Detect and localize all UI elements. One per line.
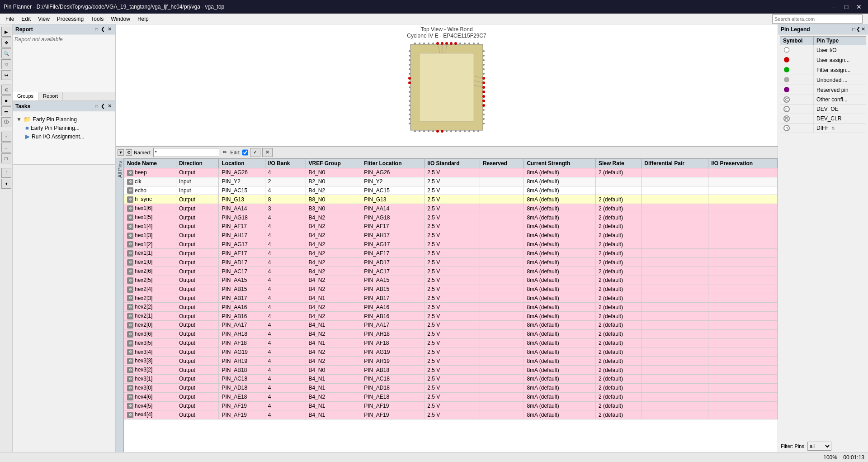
table-cell[interactable]: 2 (default) bbox=[595, 375, 641, 384]
table-cell[interactable]: 4 bbox=[265, 383, 306, 392]
table-cell[interactable] bbox=[708, 303, 778, 312]
table-cell[interactable]: ⚙hex1[1] bbox=[124, 249, 176, 258]
table-cell[interactable]: PIN_AA14 bbox=[219, 204, 265, 213]
table-cell[interactable] bbox=[480, 348, 524, 357]
table-cell[interactable] bbox=[642, 375, 708, 384]
table-cell[interactable] bbox=[642, 267, 708, 276]
table-row[interactable]: ⚙clkInputPIN_Y22B2_N0PIN_Y22.5 V8mA (def… bbox=[124, 177, 778, 186]
table-cell[interactable]: Output bbox=[176, 357, 219, 366]
table-cell[interactable] bbox=[708, 240, 778, 249]
table-cell[interactable]: 4 bbox=[265, 410, 306, 419]
table-cell[interactable]: 2.5 V bbox=[425, 204, 480, 213]
table-cell[interactable]: PIN_AA16 bbox=[361, 303, 425, 312]
table-cell[interactable] bbox=[708, 231, 778, 240]
table-cell[interactable]: PIN_AF17 bbox=[219, 222, 265, 231]
table-cell[interactable] bbox=[480, 285, 524, 294]
table-cell[interactable]: 8mA (default) bbox=[524, 392, 596, 401]
table-cell[interactable]: 2.5 V bbox=[425, 276, 480, 285]
table-cell[interactable]: PIN_AE17 bbox=[361, 249, 425, 258]
table-cell[interactable]: PIN_AF19 bbox=[219, 410, 265, 419]
table-cell[interactable]: PIN_AF18 bbox=[361, 338, 425, 348]
task-folder-early-pin[interactable]: ▼ 📁 Early Pin Planning bbox=[16, 115, 112, 124]
table-cell[interactable]: ⚙hex4[4] bbox=[124, 410, 176, 419]
table-cell[interactable]: 2.5 V bbox=[425, 168, 480, 177]
table-cell[interactable]: Output bbox=[176, 258, 219, 267]
table-cell[interactable]: 8mA (default) bbox=[524, 186, 596, 195]
table-row[interactable]: ⚙hex1[3]OutputPIN_AH174B4_N2PIN_AH172.5 … bbox=[124, 231, 778, 240]
tool-zoom[interactable]: 🔍 bbox=[1, 48, 11, 58]
table-cell[interactable] bbox=[642, 204, 708, 213]
table-cell[interactable]: Output bbox=[176, 213, 219, 222]
table-cell[interactable] bbox=[480, 338, 524, 348]
table-cell[interactable]: ⚙hex2[3] bbox=[124, 294, 176, 303]
table-cell[interactable] bbox=[480, 321, 524, 330]
table-cell[interactable]: B3_N0 bbox=[306, 204, 361, 213]
table-cell[interactable]: Output bbox=[176, 267, 219, 276]
table-cell[interactable]: PIN_AH19 bbox=[219, 357, 265, 366]
table-cell[interactable] bbox=[708, 204, 778, 213]
table-cell[interactable]: 4 bbox=[265, 276, 306, 285]
table-cell[interactable]: 8mA (default) bbox=[524, 375, 596, 384]
table-cell[interactable]: 8mA (default) bbox=[524, 303, 596, 312]
table-cell[interactable]: 2 (default) bbox=[595, 294, 641, 303]
table-cell[interactable]: B4_N2 bbox=[306, 231, 361, 240]
table-cell[interactable]: 4 bbox=[265, 329, 306, 338]
table-cell[interactable]: PIN_AB15 bbox=[219, 285, 265, 294]
table-cell[interactable]: PIN_AG19 bbox=[219, 348, 265, 357]
table-cell[interactable] bbox=[708, 357, 778, 366]
table-row[interactable]: ⚙hex1[2]OutputPIN_AG174B4_N2PIN_AG172.5 … bbox=[124, 240, 778, 249]
table-cell[interactable]: 8mA (default) bbox=[524, 195, 596, 204]
table-cell[interactable]: 2.5 V bbox=[425, 222, 480, 231]
table-cell[interactable]: ⚙echo bbox=[124, 186, 176, 195]
table-cell[interactable] bbox=[642, 321, 708, 330]
table-cell[interactable]: 2 (default) bbox=[595, 348, 641, 357]
table-cell[interactable]: Output bbox=[176, 329, 219, 338]
table-cell[interactable]: 2 bbox=[265, 177, 306, 186]
table-cell[interactable]: 4 bbox=[265, 294, 306, 303]
table-cell[interactable]: PIN_AC18 bbox=[219, 375, 265, 384]
table-cell[interactable]: 2.5 V bbox=[425, 338, 480, 348]
table-cell[interactable]: PIN_AH17 bbox=[361, 231, 425, 240]
table-cell[interactable]: 2 (default) bbox=[595, 267, 641, 276]
table-cell[interactable]: B4_N2 bbox=[306, 392, 361, 401]
table-cell[interactable] bbox=[642, 186, 708, 195]
table-cell[interactable] bbox=[480, 303, 524, 312]
table-cell[interactable]: 4 bbox=[265, 267, 306, 276]
tool-extra1[interactable]: ⋮ bbox=[1, 168, 11, 178]
table-cell[interactable]: ⚙beep bbox=[124, 168, 176, 177]
table-row[interactable]: ⚙hex2[4]OutputPIN_AB154B4_N2PIN_AB152.5 … bbox=[124, 285, 778, 294]
task-item-run-io[interactable]: ▶ Run I/O Assignment... bbox=[16, 132, 112, 141]
table-cell[interactable]: B4_N2 bbox=[306, 240, 361, 249]
close-button[interactable]: ✕ bbox=[854, 1, 864, 12]
table-cell[interactable] bbox=[480, 276, 524, 285]
table-cell[interactable]: B4_N2 bbox=[306, 186, 361, 195]
table-cell[interactable]: Output bbox=[176, 401, 219, 410]
table-cell[interactable]: PIN_AG19 bbox=[361, 348, 425, 357]
table-cell[interactable]: ⚙hex1[3] bbox=[124, 231, 176, 240]
report-dock-button[interactable]: ❮ bbox=[100, 26, 106, 32]
tool-hand[interactable]: ☜ bbox=[1, 59, 11, 69]
table-cell[interactable]: 4 bbox=[265, 303, 306, 312]
table-cell[interactable]: B4_N2 bbox=[306, 357, 361, 366]
table-cell[interactable] bbox=[642, 276, 708, 285]
table-cell[interactable] bbox=[642, 231, 708, 240]
table-cell[interactable]: 8mA (default) bbox=[524, 401, 596, 410]
table-row[interactable]: ⚙hex1[1]OutputPIN_AE174B4_N2PIN_AE172.5 … bbox=[124, 249, 778, 258]
table-row[interactable]: ⚙hex1[5]OutputPIN_AG184B4_N2PIN_AG182.5 … bbox=[124, 213, 778, 222]
table-cell[interactable] bbox=[480, 294, 524, 303]
table-cell[interactable] bbox=[642, 177, 708, 186]
table-cell[interactable]: B4_N2 bbox=[306, 249, 361, 258]
table-cell[interactable]: B8_N0 bbox=[306, 195, 361, 204]
table-cell[interactable]: PIN_AG17 bbox=[219, 240, 265, 249]
table-cell[interactable]: 8mA (default) bbox=[524, 383, 596, 392]
table-cell[interactable]: 4 bbox=[265, 213, 306, 222]
table-cell[interactable]: 2.5 V bbox=[425, 213, 480, 222]
table-cell[interactable]: 2 (default) bbox=[595, 383, 641, 392]
table-cell[interactable] bbox=[642, 294, 708, 303]
table-cell[interactable]: ⚙hex1[4] bbox=[124, 222, 176, 231]
table-cell[interactable]: ⚙hex4[5] bbox=[124, 401, 176, 410]
table-cell[interactable] bbox=[708, 195, 778, 204]
tool-pin[interactable]: ■ bbox=[1, 95, 11, 105]
table-cell[interactable]: 2.5 V bbox=[425, 321, 480, 330]
table-cell[interactable]: 2 (default) bbox=[595, 321, 641, 330]
